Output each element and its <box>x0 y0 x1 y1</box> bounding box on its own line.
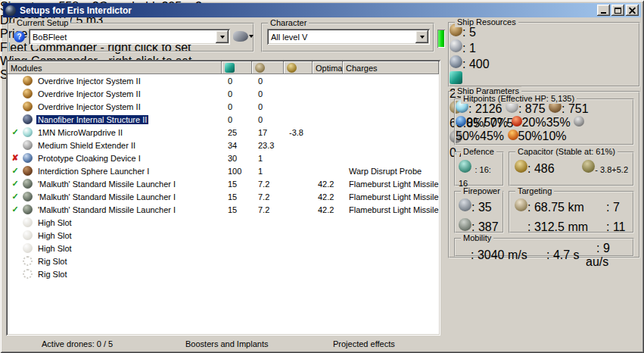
module-cap: -3.8 <box>284 128 313 137</box>
empty-high-slot-row[interactable]: High Slot <box>8 242 439 255</box>
module-charges: Flameburst Light Missile <box>343 192 439 201</box>
targeting-range-icon <box>515 198 527 211</box>
targeting-range: : 68.75 km <box>515 198 593 214</box>
module-cpu: 0 <box>222 115 252 124</box>
calibration-icon <box>450 55 462 68</box>
module-row[interactable]: 'Malkuth' Standard Missile Launcher I157… <box>8 190 439 203</box>
setup-combobox[interactable]: BoBFleet <box>29 29 230 45</box>
close-icon <box>629 7 636 14</box>
module-name: Overdrive Injector System II <box>36 89 142 98</box>
current-setup-label: Current Setup <box>14 18 70 28</box>
module-row[interactable]: Interdiction Sphere Launcher I1001Warp D… <box>8 164 439 177</box>
module-row[interactable]: 'Malkuth' Standard Missile Launcher I157… <box>8 203 439 216</box>
tools-ship-icon[interactable] <box>233 31 248 42</box>
setup-combobox-dropdown[interactable] <box>216 30 229 43</box>
ship-resources-group: Ship Resources : 5 : 1 : 400 234 / 242.5… <box>448 22 640 87</box>
module-offline-x-icon <box>8 152 23 164</box>
close-button[interactable] <box>626 5 639 16</box>
minimize-button[interactable] <box>597 5 610 16</box>
character-combobox[interactable]: All level V <box>267 29 430 45</box>
module-pg: 7.2 <box>252 192 284 201</box>
app-icon <box>5 5 16 16</box>
module-pg: 0 <box>252 77 284 86</box>
module-row[interactable]: Overdrive Injector System II00 <box>8 74 439 87</box>
maximize-button[interactable] <box>611 5 624 16</box>
module-name: 'Malkuth' Standard Missile Launcher I <box>36 180 177 189</box>
capacitor-group: Capacitor (Stable at: 61%) : 486 - 3.8+5… <box>509 152 634 186</box>
module-cpu: 15 <box>222 180 252 189</box>
character-combobox-value: All level V <box>267 33 415 42</box>
module-type-icon <box>23 166 33 176</box>
tools-dropdown-button[interactable] <box>247 30 256 42</box>
help-icon[interactable] <box>14 31 25 42</box>
explosive-resist-icon <box>508 130 518 140</box>
module-pg: 17 <box>252 128 284 137</box>
projected-effects-toggle[interactable]: Projected effects <box>333 339 395 348</box>
module-row[interactable]: Overdrive Injector System II00 <box>8 87 439 100</box>
module-pg: 0 <box>252 115 284 124</box>
module-row[interactable]: Overdrive Injector System II00 <box>8 100 439 113</box>
module-pg: 0 <box>252 102 284 111</box>
hitpoints-label: Hitpoints (Effective HP: 5,135) <box>461 94 577 104</box>
module-type-icon <box>23 205 33 214</box>
capacitor-amount: : 486 <box>515 160 582 176</box>
slot-label: High Slot <box>36 244 73 253</box>
module-row[interactable]: Prototype Cloaking Device I301 <box>8 152 439 164</box>
capacitor-label: Capacitor (Stable at: 61%) <box>515 147 618 157</box>
module-cpu: 0 <box>222 102 252 111</box>
module-active-check-icon <box>8 164 23 177</box>
powergrid-column-icon <box>252 61 284 74</box>
kinetic-resist-icon <box>574 116 584 127</box>
app-window: Setups for Eris Interdictor Current Setu… <box>0 0 644 353</box>
module-charges: Flameburst Light Missile <box>343 205 439 214</box>
module-type-icon <box>23 89 33 98</box>
empty-high-slot-row[interactable]: High Slot <box>8 229 439 242</box>
module-active-check-icon <box>8 190 23 203</box>
empty-rig-slot-row[interactable]: Rig Slot <box>8 267 439 280</box>
launcher-hardpoint-icon <box>450 39 462 52</box>
max-speed: : 3040 m/s <box>460 248 533 262</box>
high-slot-icon <box>23 243 33 253</box>
window-title: Setups for Eris Interdictor <box>20 5 596 16</box>
module-name: Prototype Cloaking Device I <box>36 154 142 163</box>
character-combobox-dropdown[interactable] <box>415 30 428 43</box>
align-time: : 4.7 s <box>536 248 583 262</box>
module-cpu: 15 <box>222 205 252 214</box>
module-name: Overdrive Injector System II <box>36 102 142 111</box>
module-optimal: 42.2 <box>313 180 343 189</box>
firepower-group: Firepower : 35 : 387 <box>454 191 504 233</box>
speed-icon <box>460 248 471 259</box>
column-header-modules: Modules <box>8 61 222 74</box>
module-charges: Warp Disrupt Probe <box>343 167 439 176</box>
turret-dps: : 35 <box>459 198 502 214</box>
module-optimal: 42.2 <box>313 192 343 201</box>
defence-top-value: : 16 <box>474 165 488 174</box>
hitpoints-group: Hitpoints (Effective HP: 5,135) : 2126 :… <box>454 98 634 145</box>
module-row[interactable]: Medium Shield Extender II3423.3 <box>8 139 439 152</box>
module-name: Nanofiber Internal Structure II <box>36 115 148 124</box>
module-type-icon <box>23 179 33 189</box>
module-row-selected[interactable]: Nanofiber Internal Structure II00 <box>8 113 439 126</box>
module-pg: 23.3 <box>252 141 284 150</box>
explosive-resists: 50%10% <box>508 130 567 142</box>
max-targets-icon <box>593 198 606 211</box>
mobility-group: Mobility : 3040 m/s : 4.7 s : 9 au/s <box>454 238 634 257</box>
skill-status-indicator <box>437 30 445 48</box>
titlebar[interactable]: Setups for Eris Interdictor <box>3 3 641 17</box>
column-header-charges: Charges <box>343 61 439 74</box>
empty-high-slot-row[interactable]: High Slot <box>8 216 439 229</box>
missiles-icon <box>459 218 471 231</box>
empty-rig-slot-row[interactable]: Rig Slot <box>8 255 439 267</box>
boosters-implants-toggle[interactable]: Boosters and Implants <box>185 339 268 348</box>
module-row[interactable]: 'Malkuth' Standard Missile Launcher I157… <box>8 177 439 190</box>
module-name: Overdrive Injector System II <box>36 77 142 86</box>
missile-dps: : 387 <box>459 218 502 234</box>
mobility-label: Mobility <box>461 233 493 243</box>
firepower-label: Firepower <box>461 186 502 196</box>
current-setup-group: Current Setup BoBFleet <box>8 23 254 52</box>
chevron-down-icon <box>249 35 254 38</box>
module-row[interactable]: 1MN MicroWarpdrive II2517-3.8 <box>8 126 439 139</box>
capacitor-delta: - 3.8+5.2 <box>582 160 628 176</box>
module-type-icon <box>23 127 33 137</box>
active-drones-toggle[interactable]: Active drones: 0 / 5 <box>42 339 113 348</box>
